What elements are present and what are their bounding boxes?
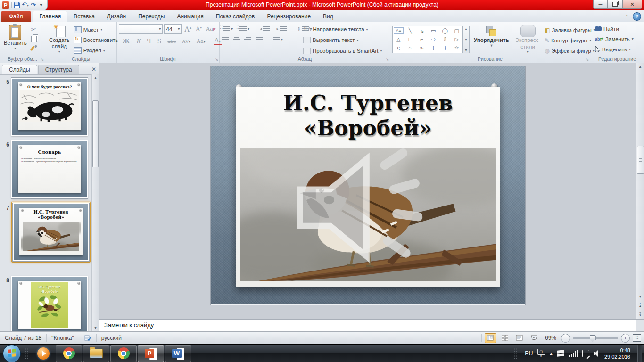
thumbnail-row-6[interactable]: 6 Словарь Благоговел – испытывал благого…: [0, 140, 88, 198]
show-desktop-button[interactable]: [637, 345, 642, 362]
language-status[interactable]: русский: [97, 334, 126, 342]
shadow-button[interactable]: S: [156, 38, 163, 45]
slide-8-thumbnail[interactable]: И.С. Тургенев «Воробей»: [11, 276, 88, 331]
increase-indent-button[interactable]: ▸: [275, 25, 289, 32]
slide-paper[interactable]: И.С. Тургенев «Воробей»: [236, 87, 500, 287]
shape-callout[interactable]: ▷: [451, 35, 462, 43]
tab-outline[interactable]: Структура: [38, 65, 79, 74]
zoom-slider-thumb[interactable]: [590, 335, 595, 342]
network-icon[interactable]: [569, 350, 578, 357]
help-icon[interactable]: ?: [633, 12, 641, 21]
paragraph-dialog-launcher[interactable]: ↘: [386, 58, 389, 62]
panel-scroll-thumb[interactable]: [92, 100, 99, 167]
shape-fill-button[interactable]: ◧Заливка фигуры▾: [545, 26, 595, 34]
fit-to-window-button[interactable]: ⛶: [633, 334, 641, 342]
select-button[interactable]: Выделить▾: [595, 45, 642, 54]
drawing-dialog-launcher[interactable]: ↘: [586, 58, 589, 62]
taskbar-explorer[interactable]: [83, 345, 109, 362]
audio-speaker-icon[interactable]: [240, 148, 488, 274]
panel-scroll-down-icon[interactable]: ▼: [92, 324, 99, 331]
start-button[interactable]: [3, 345, 21, 362]
clear-formatting-icon[interactable]: Аа◤: [205, 26, 217, 32]
thumbnail-row-5[interactable]: 5 О чем будет рассказ?: [0, 78, 88, 136]
slide-title[interactable]: И.С. Тургенев «Воробей»: [236, 87, 500, 141]
hidden-icons-chevron[interactable]: ▲: [549, 351, 553, 356]
shape-arrow[interactable]: ↘: [416, 26, 428, 35]
font-size-combo[interactable]: 44▾: [164, 24, 182, 34]
font-name-combo[interactable]: ▾: [119, 24, 163, 34]
shape-elbow-arrow[interactable]: ⌐: [416, 35, 428, 43]
notes-pane[interactable]: Заметки к слайду: [99, 319, 636, 331]
slide-editor-area[interactable]: И.С. Тургенев «Воробей»: [99, 63, 636, 319]
shape-elbow-connector[interactable]: ∟: [405, 35, 416, 43]
convert-smartart-button[interactable]: Преобразовать в SmartArt▾: [303, 46, 382, 55]
slide-sorter-view-button[interactable]: [499, 333, 511, 343]
shape-left-brace[interactable]: {: [428, 43, 439, 52]
restore-button[interactable]: [608, 0, 622, 9]
volume-icon[interactable]: [594, 350, 600, 357]
shape-effects-button[interactable]: ◍Эффекты фигур▾: [545, 47, 595, 55]
section-button[interactable]: Раздел▾: [74, 46, 118, 55]
shrink-font-icon[interactable]: А▾: [194, 25, 203, 33]
collapse-ribbon-icon[interactable]: ⌃: [625, 14, 629, 19]
taskbar-chrome-1[interactable]: [56, 345, 82, 362]
panel-scroll-up-icon[interactable]: ▲: [92, 74, 99, 82]
text-direction-button[interactable]: ⇅AНаправление текста▾: [303, 25, 382, 34]
decrease-indent-button[interactable]: ◂: [258, 25, 272, 32]
reading-view-button[interactable]: [514, 333, 526, 343]
shape-triangle[interactable]: △: [393, 35, 405, 43]
scroll-thumb[interactable]: [637, 146, 644, 174]
normal-view-button[interactable]: [485, 333, 496, 343]
shape-oval[interactable]: ◯: [439, 26, 451, 35]
shape-star[interactable]: ☆: [451, 43, 462, 52]
shape-curve[interactable]: ∼: [405, 43, 416, 52]
clipboard-dialog-launcher[interactable]: ↘: [41, 58, 44, 62]
gallery-up-icon[interactable]: ▲: [464, 27, 468, 31]
quick-styles-button[interactable]: Экспресс-стили▾: [513, 24, 543, 55]
underline-button[interactable]: Ч: [145, 38, 153, 45]
action-center-icon[interactable]: [582, 350, 589, 357]
paste-button[interactable]: Вставить▾: [2, 24, 29, 55]
scroll-up-icon[interactable]: ▲: [637, 63, 644, 70]
shape-outline-button[interactable]: ✎Контур фигуры▾: [545, 36, 595, 44]
language-indicator[interactable]: RU: [525, 350, 533, 357]
taskbar-powerpoint[interactable]: P: [138, 345, 164, 362]
slide-7-thumbnail[interactable]: И.С. Тургенев «Воробей»: [13, 203, 89, 261]
spellcheck-status[interactable]: [79, 334, 97, 342]
previous-slide-button[interactable]: ▲▲: [637, 300, 644, 310]
slide-5-thumbnail[interactable]: О чем будет рассказ?: [11, 78, 88, 136]
change-case-button[interactable]: Aa▾: [195, 38, 207, 44]
shape-right-brace[interactable]: }: [439, 43, 451, 52]
grow-font-icon[interactable]: А▴: [183, 25, 193, 33]
tab-home[interactable]: Главная: [33, 11, 68, 22]
replace-button[interactable]: ab⇄Заменить▾: [595, 34, 642, 43]
slide-6-thumbnail[interactable]: Словарь Благоговел – испытывал благогове…: [11, 140, 88, 198]
copy-icon[interactable]: [31, 36, 37, 42]
zoom-level[interactable]: 69%: [545, 335, 556, 341]
panel-scrollbar[interactable]: ▲ ▼: [91, 74, 99, 331]
strikethrough-button[interactable]: abc: [166, 39, 177, 44]
align-text-button[interactable]: Выровнять текст▾: [303, 36, 382, 45]
thumbnail-row-8[interactable]: 8 И.С. Тургенев «Воробей»: [0, 276, 88, 331]
close-button[interactable]: ✕: [622, 0, 642, 9]
tab-transitions[interactable]: Переходы: [132, 11, 171, 22]
slideshow-view-button[interactable]: [528, 333, 540, 343]
next-slide-button[interactable]: ▼▼: [637, 310, 644, 319]
tab-slideshow[interactable]: Показ слайдов: [210, 11, 261, 22]
title-bar[interactable]: P ↶▾ ↷ ▾ Презентация Microsoft PowerPoin…: [0, 0, 644, 10]
close-panel-icon[interactable]: ✕: [91, 66, 96, 73]
tab-animations[interactable]: Анимация: [171, 11, 209, 22]
thumbnail-row-7[interactable]: 7 И.С. Тургенев «Воробей»: [0, 202, 91, 263]
shape-right-arrow[interactable]: ⇨: [428, 35, 439, 43]
tab-design[interactable]: Дизайн: [101, 11, 132, 22]
tab-file[interactable]: Файл: [1, 11, 31, 22]
gallery-more-icon[interactable]: ▼: [464, 48, 468, 52]
clock[interactable]: 0:48 29.02.2016: [604, 347, 633, 360]
shape-freeform[interactable]: ϛ: [393, 43, 405, 52]
minimize-button[interactable]: ─: [593, 0, 608, 9]
new-slide-button[interactable]: Создать слайд▾: [47, 24, 72, 55]
tab-slides-thumbnails[interactable]: Слайды: [2, 65, 37, 74]
taskbar-wmp[interactable]: [32, 346, 55, 362]
arrange-button[interactable]: Упорядочить▾: [472, 24, 511, 55]
align-right-button[interactable]: [244, 36, 251, 42]
